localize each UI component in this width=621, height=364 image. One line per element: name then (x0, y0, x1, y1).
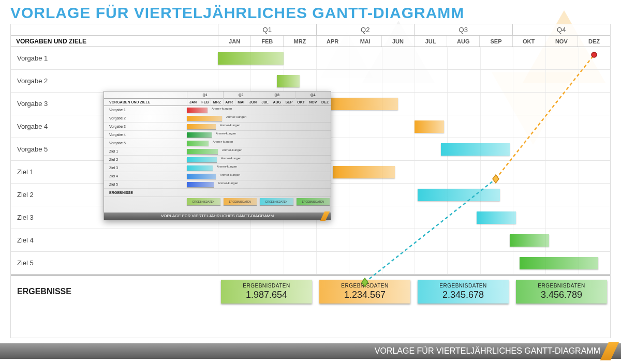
tasks-column-header: VORGABEN UND ZIELE (11, 36, 218, 47)
gantt-row: Ziel 4 (11, 229, 610, 252)
result-card: ERGEBNISDATEN1.234.567 (319, 280, 410, 304)
quarter-cell: Q2 (316, 24, 415, 35)
quarter-cell: Q1 (218, 24, 316, 35)
thumb-ribbon: VORLAGE FÜR VIERTELJÄHRLICHES GANTT-DIAG… (104, 213, 331, 220)
month-header-row: VORGABEN UND ZIELE JAN FEB MRZ APR MAI J… (11, 36, 610, 47)
gantt-bar (510, 234, 549, 247)
gantt-bar (333, 166, 395, 178)
gantt-row: Ziel 5 (11, 252, 610, 275)
task-label: Ziel 4 (11, 229, 218, 251)
gantt-row: Vorgabe 2 (11, 70, 610, 93)
gantt-bar (415, 120, 444, 133)
task-label: Vorgabe 2 (11, 70, 218, 92)
quarter-cell: Q4 (512, 24, 611, 35)
gantt-bar (277, 75, 300, 87)
task-label: Ziel 5 (11, 252, 218, 274)
gantt-bar (319, 98, 398, 110)
quarter-cell: Q3 (414, 24, 512, 35)
template-thumbnail: Q1 Q2 Q3 Q4 VORGABEN UND ZIELE JANFEBMRZ… (103, 91, 331, 220)
results-row: ERGEBNISSE ERGEBNISDATEN1.987.654ERGEBNI… (11, 275, 610, 308)
footer-ribbon: VORLAGE FÜR VIERTELJÄHRLICHES GANTT-DIAG… (0, 343, 621, 359)
gantt-bar (218, 52, 284, 65)
results-label: ERGEBNISSE (11, 276, 218, 308)
gantt-bar (477, 211, 516, 224)
result-card: ERGEBNISDATEN2.345.678 (418, 280, 509, 304)
footer-text: VORLAGE FÜR VIERTELJÄHRLICHES GANTT-DIAG… (375, 346, 600, 356)
result-card: ERGEBNISDATEN1.987.654 (221, 280, 312, 304)
result-card: ERGEBNISDATEN3.456.789 (516, 280, 607, 304)
page-title: VORLAGE FÜR VIERTELJÄHRLICHES GANTT-DIAG… (10, 4, 464, 22)
task-label: Vorgabe 1 (11, 47, 218, 69)
gantt-bar (520, 257, 598, 269)
quarter-header-row: Q1 Q2 Q3 Q4 (11, 24, 610, 36)
gantt-bar (441, 143, 510, 156)
gantt-row: Vorgabe 1 (11, 47, 610, 70)
ribbon-accent (600, 342, 619, 360)
gantt-bar (418, 189, 499, 201)
